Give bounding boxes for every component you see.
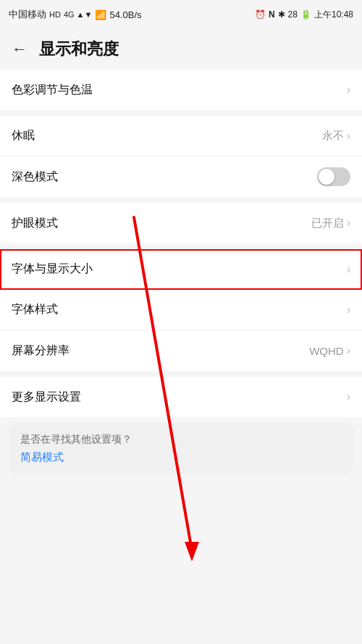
- resolution-value: WQHD: [309, 345, 344, 357]
- eye-protection-item[interactable]: 护眼模式 已开启 ›: [0, 203, 362, 243]
- settings-group-5: 更多显示设置 ›: [0, 377, 362, 417]
- dark-mode-right: [317, 167, 350, 186]
- battery-icon: 🔋: [300, 9, 311, 20]
- eye-protection-label: 护眼模式: [12, 216, 58, 231]
- settings-group-3: 护眼模式 已开启 ›: [0, 203, 362, 243]
- back-button[interactable]: ←: [12, 40, 28, 59]
- time-label: 上午10:48: [314, 9, 353, 21]
- network-label: HD: [49, 10, 61, 19]
- signal-icons: 4G ▲▼: [64, 10, 93, 19]
- more-display-right: ›: [347, 390, 350, 403]
- font-size-label: 字体与显示大小: [12, 262, 93, 277]
- font-style-chevron: ›: [347, 304, 350, 317]
- sleep-chevron: ›: [347, 130, 350, 143]
- status-right: ⏰ N ✱ 28 🔋 上午10:48: [255, 9, 353, 21]
- color-temp-item[interactable]: 色彩调节与色温 ›: [0, 70, 362, 110]
- eye-protection-chevron: ›: [347, 217, 350, 230]
- bluetooth-icon: ✱: [278, 9, 285, 20]
- settings-group-4: 字体与显示大小 › 字体样式 › 屏幕分辨率 WQHD ›: [0, 249, 362, 371]
- wifi-icon: 📶: [95, 9, 106, 20]
- eye-protection-value: 已开启: [311, 217, 344, 230]
- sleep-item[interactable]: 休眠 永不 ›: [0, 116, 362, 156]
- settings-group-2: 休眠 永不 › 深色模式: [0, 116, 362, 197]
- font-size-right: ›: [347, 263, 350, 276]
- resolution-chevron: ›: [347, 344, 350, 357]
- more-display-item[interactable]: 更多显示设置 ›: [0, 377, 362, 417]
- status-left: 中国移动 HD 4G ▲▼ 📶 54.0B/s: [9, 8, 142, 21]
- toggle-thumb: [319, 169, 334, 185]
- battery-label: 28: [288, 9, 298, 20]
- more-display-chevron: ›: [347, 390, 350, 403]
- color-temp-right: ›: [347, 83, 350, 96]
- eye-protection-right: 已开启 ›: [311, 217, 350, 230]
- carrier-label: 中国移动: [9, 8, 46, 21]
- font-style-right: ›: [347, 304, 350, 317]
- dark-mode-label: 深色模式: [12, 170, 58, 185]
- status-bar: 中国移动 HD 4G ▲▼ 📶 54.0B/s ⏰ N ✱ 28 🔋 上午10:…: [0, 0, 362, 29]
- color-temp-label: 色彩调节与色温: [12, 83, 93, 98]
- page-title: 显示和亮度: [39, 38, 119, 60]
- sleep-label: 休眠: [12, 128, 35, 143]
- sleep-value: 永不: [322, 129, 344, 143]
- data-speed: 54.0B/s: [109, 9, 141, 20]
- svg-marker-1: [185, 542, 199, 561]
- dark-mode-item[interactable]: 深色模式: [0, 156, 362, 197]
- font-style-label: 字体样式: [12, 302, 58, 317]
- nfc-icon: N: [269, 9, 275, 20]
- resolution-item[interactable]: 屏幕分辨率 WQHD ›: [0, 330, 362, 371]
- color-temp-chevron: ›: [347, 83, 350, 96]
- bottom-card-title: 是否在寻找其他设置项？: [20, 433, 342, 446]
- resolution-right: WQHD ›: [309, 344, 350, 357]
- alarm-icon: ⏰: [255, 9, 266, 20]
- resolution-label: 屏幕分辨率: [12, 343, 70, 359]
- font-size-chevron: ›: [347, 263, 350, 276]
- settings-container: 色彩调节与色温 › 休眠 永不 › 深色模式 护眼模式: [0, 70, 362, 474]
- bottom-card: 是否在寻找其他设置项？ 简易模式: [9, 423, 353, 474]
- dark-mode-toggle[interactable]: [317, 167, 350, 186]
- settings-group-1: 色彩调节与色温 ›: [0, 70, 362, 110]
- font-size-item[interactable]: 字体与显示大小 ›: [0, 249, 362, 290]
- page-header: ← 显示和亮度: [0, 29, 362, 70]
- easy-mode-link[interactable]: 简易模式: [20, 451, 342, 464]
- font-style-item[interactable]: 字体样式 ›: [0, 290, 362, 330]
- more-display-label: 更多显示设置: [12, 390, 81, 405]
- sleep-right: 永不 ›: [322, 129, 350, 143]
